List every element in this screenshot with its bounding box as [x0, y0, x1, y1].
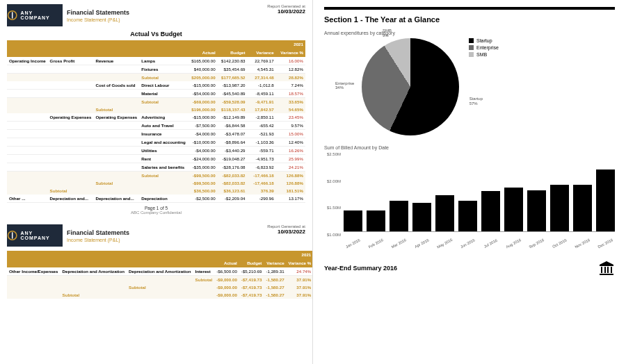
- table-row: Legal and accounting-$10,000.00-$8,896.6…: [7, 138, 305, 147]
- generated-at: Report Generated at 10/03/2022: [267, 4, 305, 15]
- table-row: Material-$54,000.00-$45,540.89-8,459.111…: [7, 90, 305, 98]
- bar: [344, 210, 362, 231]
- bar: [458, 201, 477, 231]
- pie-legend: StartupEnterpriseSMB: [469, 38, 499, 59]
- table-row: Operating ExpensesOperating ExpensesAdve…: [7, 113, 305, 122]
- table-row: Subtotal-$9,000.00-$7,419.73-1,580.2737.…: [7, 283, 313, 291]
- table-row: Subtotal$196,000.00$118,157.4317,842.575…: [7, 106, 305, 113]
- table-row: Other ...Depreciation and...Depreciation…: [7, 195, 305, 203]
- doc-subtitle: Income Statement (P&L): [67, 17, 129, 22]
- section-title: Section 1 - The Year at a Glance: [324, 15, 615, 24]
- report-page-2: ANY COMPANY Financial Statements Income …: [7, 224, 305, 299]
- table-row: Utilities-$4,000.00-$3,440.29-559.7116.2…: [7, 147, 305, 155]
- table-row: Subtotal$205,000.00$177,685.5227,314.482…: [7, 74, 305, 82]
- bar: [412, 203, 431, 231]
- bar: [573, 185, 592, 231]
- table-row: Subtotal-$99,500.00-$82,033.82-17,466.18…: [7, 172, 305, 180]
- table-row: Subtotal-$69,000.00-$59,528.09-9,471.913…: [7, 98, 305, 106]
- table-row: Salaries and benefits-$35,000.00-$28,176…: [7, 163, 305, 172]
- table-title: Actual Vs Budget: [7, 31, 305, 38]
- year-end-summary-title: Year-End Summary 2016: [324, 265, 397, 272]
- bar: [367, 210, 385, 231]
- table-row: Cost of Goods soldDirect Labour-$15,000.…: [7, 81, 305, 90]
- table-row: Fixtures$40,000.00$35,454.694,545.3112.8…: [7, 65, 305, 74]
- bar: [596, 169, 615, 231]
- section-divider: [324, 7, 615, 10]
- bar-chart: $2.50M$2.00M$1.50M$1.00M: [324, 154, 615, 245]
- company-logo: ANY COMPANY: [7, 224, 63, 247]
- table-row: Subtotal$36,500.00$36,123.61376.39181.51…: [7, 187, 305, 195]
- bar: [550, 185, 569, 231]
- table-row: Insurance-$4,000.00-$3,478.07-521.9315.0…: [7, 130, 305, 138]
- pie-chart: Startup57%Enterprise34%SMB9%: [362, 38, 459, 135]
- table-row: Subtotal-$99,500.00-$82,033.82-17,466.18…: [7, 179, 305, 187]
- table-row: Subtotal-$9,000.00-$7,419.73-1,580.2737.…: [7, 276, 313, 284]
- bar: [481, 191, 500, 231]
- bank-icon: [598, 260, 615, 276]
- table-row: Operating IncomeGross ProfitRevenueLamps…: [7, 57, 305, 65]
- confidential: ABC Company Confidential: [7, 210, 305, 215]
- table-row: Rent-$24,000.00-$19,048.27-4,951.7325.99…: [7, 155, 305, 163]
- page-number: Page 1 of 5: [7, 206, 305, 210]
- bar: [435, 195, 454, 231]
- pie-chart-label: Annual expenditures by category: [324, 31, 615, 35]
- company-logo: ANY COMPANY: [7, 4, 63, 26]
- pnl-table: 2021 ActualBudgetVarianceVariance % Oper…: [7, 40, 305, 203]
- doc-title: Financial Statements: [67, 9, 129, 16]
- report-page-1: ANY COMPANY Financial Statements Income …: [7, 4, 305, 215]
- table-row: Auto and Travel-$7,500.00-$6,844.58-655.…: [7, 122, 305, 130]
- table-row: Other Income/ExpensesDepreciation and Am…: [7, 267, 313, 276]
- table-row: Subtotal-$9,000.00-$7,419.73-1,580.2737.…: [7, 291, 313, 299]
- pnl-table-2: 2021 ActualBudgetVarianceVariance % Othe…: [7, 251, 313, 299]
- bar-chart-label: Sum of Billed Amount by Date: [324, 145, 615, 150]
- bar: [504, 188, 523, 231]
- bar: [390, 201, 408, 231]
- bar: [527, 190, 546, 231]
